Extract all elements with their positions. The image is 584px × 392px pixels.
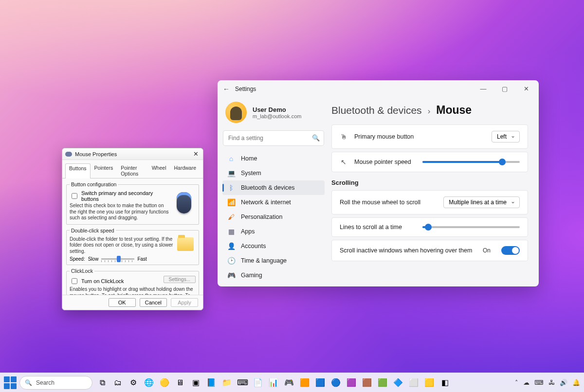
start-button[interactable] — [4, 376, 17, 389]
settings-icon[interactable]: ⚙ — [127, 376, 140, 390]
clicklock-checkbox[interactable]: Turn on ClickLock — [70, 277, 164, 285]
brush-icon: 🖌 — [227, 213, 235, 221]
nav-personalization[interactable]: 🖌Personalization — [222, 210, 325, 224]
speed-label: Speed: — [70, 256, 85, 262]
user-email: m_lab@outlook.com — [253, 113, 301, 119]
toggle-state: On — [483, 247, 491, 254]
task-view-icon[interactable]: ⧉ — [95, 376, 109, 390]
app-icon[interactable]: 🟪 — [345, 376, 358, 390]
notifications-icon[interactable]: 🔔 — [572, 379, 580, 386]
close-button[interactable]: ✕ — [191, 150, 200, 158]
nav-label: Gaming — [241, 272, 262, 279]
row-wheel-scroll: Roll the mouse wheel to scroll Multiple … — [331, 190, 528, 214]
nav-accounts[interactable]: 👤Accounts — [222, 239, 325, 253]
cursor-icon: ↖ — [340, 158, 347, 166]
folder-icon[interactable]: 📁 — [220, 376, 234, 390]
app-icon[interactable]: ◧ — [438, 376, 452, 390]
lines-slider[interactable] — [422, 226, 520, 228]
nav-network[interactable]: 📶Network & internet — [222, 195, 325, 210]
monitor-icon[interactable]: 🖥 — [173, 376, 187, 390]
group-legend: ClickLock — [70, 268, 94, 274]
search-input[interactable] — [223, 131, 324, 145]
app-icon[interactable]: 🟦 — [313, 376, 327, 390]
network-icon[interactable]: 🖧 — [548, 379, 555, 386]
edge-icon[interactable]: 🌐 — [142, 376, 156, 390]
checkbox-input[interactable] — [72, 278, 77, 284]
tray-chevron-icon[interactable]: ˄ — [515, 379, 518, 386]
app-icon[interactable]: ⬜ — [407, 376, 420, 390]
folder-test-icon[interactable] — [177, 237, 194, 251]
app-icon[interactable]: 🟫 — [360, 376, 374, 390]
steam-icon[interactable]: 🎮 — [282, 376, 296, 390]
nav-label: Time & language — [241, 257, 287, 264]
nav-time-language[interactable]: 🕑Time & language — [222, 253, 325, 268]
help-text: Enables you to highlight or drag without… — [70, 286, 196, 295]
word-icon[interactable]: 📘 — [204, 376, 218, 390]
notepad-icon[interactable]: 📄 — [251, 376, 265, 390]
terminal-icon[interactable]: ▣ — [189, 376, 202, 390]
maximize-button[interactable]: ▢ — [494, 82, 515, 96]
volume-icon[interactable]: 🔊 — [560, 379, 567, 386]
clicklock-settings-button[interactable]: Settings... — [164, 276, 196, 283]
row-label: Roll the mouse wheel to scroll — [340, 199, 437, 206]
scroll-inactive-toggle[interactable] — [501, 246, 520, 255]
primary-button-dropdown[interactable]: Left — [492, 131, 520, 143]
mouse-properties-dialog: Mouse Properties ✕ Buttons Pointers Poin… — [62, 148, 203, 310]
wheel-scroll-dropdown[interactable]: Multiple lines at a time — [443, 196, 520, 208]
settings-titlebar: ← Settings — ▢ ✕ — [218, 80, 539, 98]
onedrive-icon[interactable]: ☁ — [523, 379, 529, 386]
nav-label: Bluetooth & devices — [241, 184, 295, 191]
user-block[interactable]: User Demo m_lab@outlook.com — [222, 98, 325, 128]
group-button-configuration: Button configuration Switch primary and … — [66, 181, 199, 225]
ok-button[interactable]: OK — [109, 298, 136, 307]
dialog-tabs: Buttons Pointers Pointer Options Wheel H… — [62, 160, 203, 178]
row-label: Scroll inactive windows when hovering ov… — [340, 247, 476, 254]
app-icon[interactable]: 🟨 — [422, 376, 436, 390]
dialog-title: Mouse Properties — [75, 151, 117, 157]
tab-buttons[interactable]: Buttons — [65, 163, 91, 178]
app-icon[interactable]: 🔵 — [329, 376, 343, 390]
mouse-illustration — [173, 189, 195, 216]
group-clicklock: ClickLock Settings... Turn on ClickLock … — [66, 268, 199, 295]
accounts-icon: 👤 — [227, 242, 235, 250]
nav-home[interactable]: ⌂Home — [222, 151, 325, 166]
tab-hardware[interactable]: Hardware — [170, 163, 200, 178]
close-button[interactable]: ✕ — [515, 82, 537, 96]
search-label: Search — [36, 379, 55, 386]
avatar — [225, 102, 247, 123]
tab-wheel[interactable]: Wheel — [148, 163, 170, 178]
app-icon[interactable]: 🔷 — [391, 376, 405, 390]
nav-apps[interactable]: ▦Apps — [222, 224, 325, 239]
explorer-icon[interactable]: 🗂 — [111, 376, 125, 390]
checkbox-label: Switch primary and secondary buttons — [81, 190, 170, 202]
switch-buttons-checkbox[interactable]: Switch primary and secondary buttons — [70, 190, 170, 202]
pointer-speed-slider[interactable] — [422, 161, 520, 163]
nav-gaming[interactable]: 🎮Gaming — [222, 268, 325, 283]
minimize-button[interactable]: — — [473, 82, 494, 96]
excel-icon[interactable]: 📊 — [267, 376, 280, 390]
row-label: Lines to scroll at a time — [340, 224, 416, 231]
nav-bluetooth-devices[interactable]: ᛒBluetooth & devices — [222, 180, 325, 195]
checkbox-input[interactable] — [72, 193, 77, 199]
back-button[interactable]: ← — [219, 85, 233, 93]
settings-search[interactable]: 🔍 — [223, 131, 324, 145]
cancel-button[interactable]: Cancel — [140, 298, 167, 307]
tab-pointer-options[interactable]: Pointer Options — [117, 163, 148, 178]
section-scrolling: Scrolling — [331, 179, 528, 186]
taskbar-pinned: ⧉ 🗂 ⚙ 🌐 🟡 🖥 ▣ 📘 📁 ⌨ 📄 📊 🎮 🟧 🟦 🔵 🟪 🟫 🟩 🔷 … — [95, 376, 452, 390]
language-icon[interactable]: ⌨ — [534, 379, 544, 386]
taskbar-search[interactable]: 🔍 Search — [19, 376, 92, 390]
chrome-icon[interactable]: 🟡 — [158, 376, 171, 390]
app-icon[interactable]: 🟩 — [376, 376, 389, 390]
nav-system[interactable]: 💻System — [222, 166, 325, 180]
system-tray: ˄ ☁ ⌨ 🖧 🔊 🔔 — [515, 379, 580, 386]
nav-label: System — [241, 170, 261, 177]
breadcrumb: Bluetooth & devices › Mouse — [331, 104, 528, 117]
apply-button[interactable]: Apply — [171, 298, 198, 307]
terminal2-icon[interactable]: ⌨ — [236, 376, 249, 390]
tab-pointers[interactable]: Pointers — [91, 163, 117, 178]
breadcrumb-parent[interactable]: Bluetooth & devices — [331, 105, 422, 116]
double-click-slider[interactable] — [101, 258, 134, 260]
home-icon: ⌂ — [227, 155, 235, 162]
app-icon[interactable]: 🟧 — [298, 376, 311, 390]
